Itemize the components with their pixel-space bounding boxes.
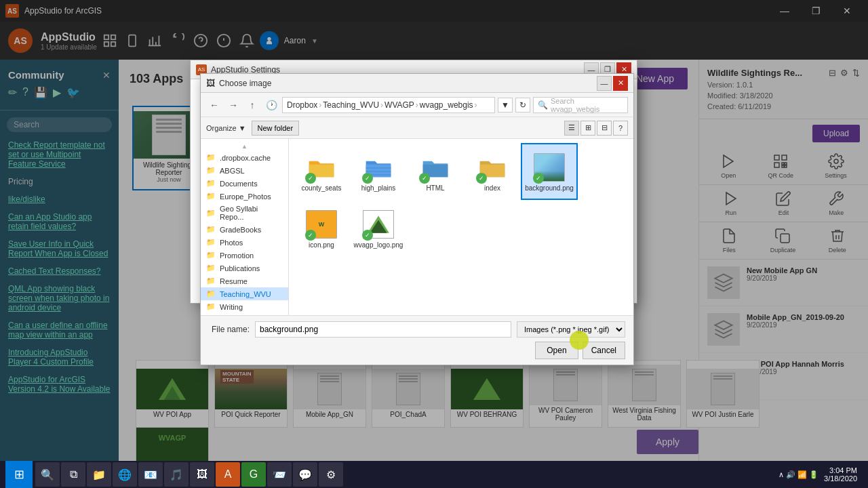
- taskbar-task-view[interactable]: ⧉: [61, 462, 85, 487]
- taskbar-chat[interactable]: 💬: [293, 462, 317, 487]
- file-label-index: index: [484, 184, 500, 192]
- cancel-button[interactable]: Cancel: [583, 342, 625, 359]
- file-icon-wvagp-logo: ✓: [362, 208, 395, 241]
- organize-button[interactable]: Organize ▼: [206, 124, 246, 132]
- folder-icon: 📁: [206, 179, 216, 188]
- sidebar-writing[interactable]: 📁 Writing: [201, 300, 288, 313]
- help-icon-btn[interactable]: ?: [613, 121, 628, 136]
- checked-icon: ✓: [305, 230, 316, 241]
- folder-icon: 📁: [206, 238, 216, 247]
- checked-icon: ✓: [533, 173, 544, 184]
- search-file-bar: 🔍 Search wvagp_webgis: [533, 97, 628, 113]
- sidebar-promotion[interactable]: 📁 Promotion: [201, 249, 288, 262]
- file-county-seats[interactable]: ✓ county_seats: [294, 144, 349, 199]
- folder-icon: 📁: [206, 166, 216, 175]
- checked-icon: ✓: [362, 173, 373, 184]
- taskbar-edge[interactable]: 🌐: [113, 462, 137, 487]
- file-dialog-close[interactable]: ✕: [613, 76, 628, 91]
- file-label-icon-png: icon.png: [309, 241, 334, 249]
- nav-dropdown[interactable]: ▼: [498, 98, 513, 113]
- breadcrumb-bar: Dropbox › Teaching_WVU › WVAGP › wvagp_w…: [282, 97, 495, 113]
- breadcrumb-wvagp[interactable]: WVAGP: [384, 100, 414, 110]
- sidebar-publications[interactable]: 📁 Publications: [201, 262, 288, 274]
- sidebar-dropbox-cache[interactable]: 📁 .dropbox.cache: [201, 151, 288, 164]
- sidebar-photos[interactable]: 📁 Photos: [201, 236, 288, 249]
- view-icon-btn[interactable]: ☰: [564, 121, 579, 136]
- sidebar-onedrive[interactable]: ☁ OneDrive: [201, 313, 288, 315]
- file-action-bar: Organize ▼ New folder ☰ ⊞ ⊟ ?: [201, 117, 633, 139]
- file-bottom: File name: Images (*.png *.jpeg *.gif) O…: [201, 315, 633, 365]
- filetype-select[interactable]: Images (*.png *.jpeg *.gif): [517, 321, 625, 338]
- folder-icon: 📁: [206, 302, 216, 311]
- file-action-buttons: Open Cancel: [209, 342, 625, 359]
- organize-label: Organize: [206, 124, 237, 132]
- file-main: ✓ county_seats ✓: [289, 139, 633, 315]
- taskbar-tray: ∧ 🔊 📶 🔋 3:04 PM 3/18/2020: [778, 466, 863, 483]
- file-index[interactable]: ✓ index: [465, 144, 519, 199]
- file-dialog-titlebar: 🖼 Choose image — ✕: [201, 74, 633, 93]
- taskbar-explorer[interactable]: 📁: [87, 462, 111, 487]
- file-dialog-minimize[interactable]: —: [597, 76, 612, 91]
- view-icon-btn2[interactable]: ⊞: [580, 121, 595, 136]
- sidebar-abgsl[interactable]: 📁 ABGSL: [201, 164, 288, 177]
- checked-icon: ✓: [305, 173, 316, 184]
- back-button[interactable]: ←: [206, 97, 222, 113]
- filename-row: File name: Images (*.png *.jpeg *.gif): [209, 321, 625, 338]
- taskbar-mail[interactable]: 📧: [138, 462, 163, 487]
- file-icon-png[interactable]: W ✓ icon.png: [294, 201, 349, 256]
- view-icons: ☰ ⊞ ⊟ ?: [564, 121, 628, 136]
- taskbar-photos[interactable]: 🖼: [190, 462, 214, 487]
- file-label-wvagp-logo: wvagp_logo.png: [354, 241, 403, 249]
- breadcrumb-teaching[interactable]: Teaching_WVU: [323, 100, 379, 110]
- open-button[interactable]: Open: [535, 342, 578, 359]
- folder-icon: 📁: [206, 153, 216, 162]
- file-icon-background: ✓: [533, 151, 566, 184]
- file-html[interactable]: ✓ HTML: [408, 144, 462, 199]
- folder-icon-high-plains: ✓: [362, 151, 395, 184]
- search-file-placeholder[interactable]: Search wvagp_webgis: [551, 97, 623, 113]
- forward-button[interactable]: →: [225, 97, 241, 113]
- taskbar-outlook[interactable]: 📨: [267, 462, 292, 487]
- taskbar-settings[interactable]: ⚙: [319, 462, 343, 487]
- up-button[interactable]: ↑: [244, 97, 260, 113]
- sidebar-europe-photos[interactable]: 📁 Europe_Photos: [201, 190, 288, 203]
- sidebar-gradebooks[interactable]: 📁 GradeBooks: [201, 223, 288, 236]
- taskbar-apps: 🔍 ⧉ 📁 🌐 📧 🎵 🖼 A G 📨 💬 ⚙: [35, 462, 776, 487]
- file-wvagp-logo[interactable]: ✓ wvagp_logo.png: [351, 201, 406, 256]
- sidebar-documents[interactable]: 📁 Documents: [201, 177, 288, 190]
- breadcrumb-dropbox[interactable]: Dropbox: [287, 100, 317, 110]
- folder-icon: 📁: [206, 209, 216, 218]
- refresh-nav-btn[interactable]: ↻: [515, 98, 530, 113]
- sidebar-geo-syllabi[interactable]: 📁 Geo Syllabi Repo...: [201, 203, 288, 223]
- taskbar: ⊞ 🔍 ⧉ 📁 🌐 📧 🎵 🖼 A G 📨 💬 ⚙ ∧ 🔊 📶 🔋 3:04 P…: [0, 461, 868, 488]
- file-sidebar: ▲ 📁 .dropbox.cache 📁 ABGSL 📁 Documents 📁…: [201, 139, 289, 315]
- folder-icon: 📁: [206, 264, 216, 272]
- file-background-png[interactable]: ✓ background.png: [522, 144, 576, 199]
- file-dialog-title: Choose image: [219, 79, 597, 88]
- file-label-background: background.png: [525, 184, 574, 192]
- start-button[interactable]: ⊞: [5, 461, 33, 488]
- sidebar-teaching-wvu[interactable]: 📁 Teaching_WVU: [201, 287, 288, 300]
- taskbar-arcgis[interactable]: A: [216, 462, 240, 487]
- recent-button[interactable]: 🕐: [263, 97, 279, 113]
- view-icon-btn3[interactable]: ⊟: [597, 121, 612, 136]
- folder-icon-index: ✓: [476, 151, 509, 184]
- sidebar-resume[interactable]: 📁 Resume: [201, 274, 288, 287]
- search-file-icon: 🔍: [538, 100, 548, 110]
- scroll-up[interactable]: ▲: [201, 142, 288, 151]
- choose-image-icon: 🖼: [206, 78, 215, 88]
- new-folder-button[interactable]: New folder: [252, 121, 300, 136]
- breadcrumb-webgis[interactable]: wvagp_webgis: [420, 100, 473, 110]
- taskbar-music[interactable]: 🎵: [164, 462, 189, 487]
- filename-input[interactable]: [255, 321, 511, 338]
- taskbar-green[interactable]: G: [241, 462, 266, 487]
- file-label-html: HTML: [426, 184, 444, 192]
- checked-icon: ✓: [476, 173, 487, 184]
- file-high-plains[interactable]: ✓ high_plains: [351, 144, 406, 199]
- checked-icon: ✓: [419, 173, 430, 184]
- checked-icon: ✓: [362, 230, 373, 241]
- folder-icon-selected: 📁: [206, 289, 216, 298]
- taskbar-search[interactable]: 🔍: [35, 462, 60, 487]
- folder-icon: 📁: [206, 251, 216, 260]
- choose-image-dialog: 🖼 Choose image — ✕ ← → ↑ 🕐 Dropbox › Tea…: [200, 73, 634, 365]
